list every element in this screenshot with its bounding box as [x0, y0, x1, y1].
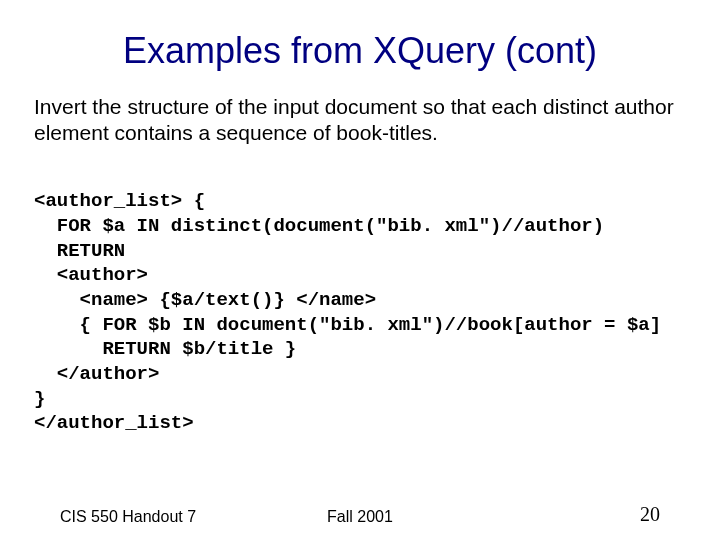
code-line: }: [34, 388, 45, 410]
slide: Examples from XQuery (cont) Invert the s…: [0, 0, 720, 540]
code-line: <author_list> {: [34, 190, 205, 212]
code-line: <name> {$a/text()} </name>: [34, 289, 376, 311]
footer-center: Fall 2001: [0, 508, 720, 526]
code-line: </author>: [34, 363, 159, 385]
code-line: RETURN $b/title }: [34, 338, 296, 360]
code-line: </author_list>: [34, 412, 194, 434]
slide-body-text: Invert the structure of the input docume…: [34, 94, 686, 147]
code-block: <author_list> { FOR $a IN distinct(docum…: [34, 165, 686, 461]
code-line: { FOR $b IN document("bib. xml")//book[a…: [34, 314, 661, 336]
code-line: <author>: [34, 264, 148, 286]
code-line: FOR $a IN distinct(document("bib. xml")/…: [34, 215, 604, 237]
code-line: RETURN: [34, 240, 125, 262]
slide-title: Examples from XQuery (cont): [34, 30, 686, 72]
footer-page-number: 20: [640, 503, 660, 526]
